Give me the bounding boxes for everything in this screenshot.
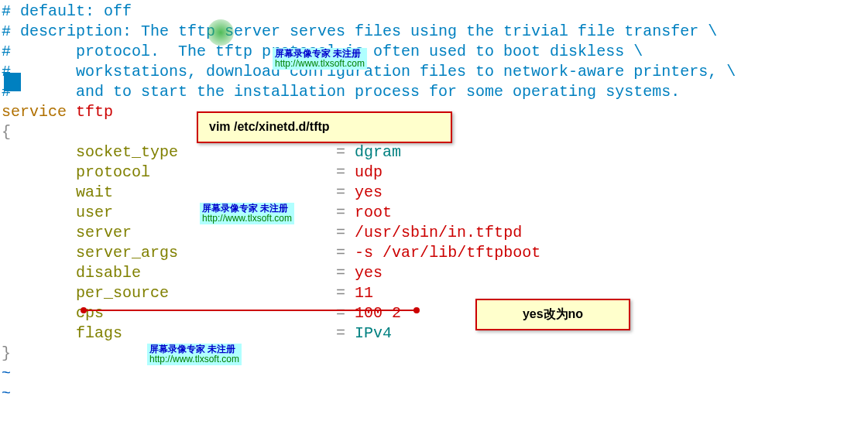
cursor-highlight [4,73,21,91]
config-row: disable = yes [2,263,866,283]
config-row: protocol = udp [2,163,866,183]
watermark: 屏幕录像专家 未注册http://www.tlxsoft.com [200,203,294,224]
change-note-callout: yes改为no [475,299,630,330]
annotation-arrow [84,310,417,311]
comment-line: # default: off [2,2,866,22]
vim-command-callout: vim /etc/xinetd.d/tftp [197,111,452,143]
config-row: per_source = 11 [2,283,866,303]
comment-line: # workstations, download configuration f… [2,62,866,82]
tilde-line: ~ [2,364,866,384]
brace-close: } [2,344,866,364]
config-row: cps = 100 2 [2,303,866,323]
watermark: 屏幕录像专家 未注册http://www.tlxsoft.com [147,344,242,365]
vim-editor[interactable]: # default: off # description: The tftp s… [0,0,868,405]
comment-line: # protocol. The tftp protocol is often u… [2,42,866,62]
config-row: user = root [2,203,866,223]
cursor-indicator [208,19,234,46]
config-row: server_args = -s /var/lib/tftpboot [2,243,866,263]
config-row: socket_type = dgram [2,142,866,163]
comment-line: # description: The tftp server serves fi… [2,22,866,42]
comment-line: # and to start the installation process … [2,82,866,102]
tilde-line: ~ [2,384,866,404]
config-row: server = /usr/sbin/in.tftpd [2,223,866,243]
config-row: wait = yes [2,183,866,203]
config-row: flags = IPv4 [2,323,866,344]
watermark: 屏幕录像专家 未注册http://www.tlxsoft.com [273,48,367,70]
